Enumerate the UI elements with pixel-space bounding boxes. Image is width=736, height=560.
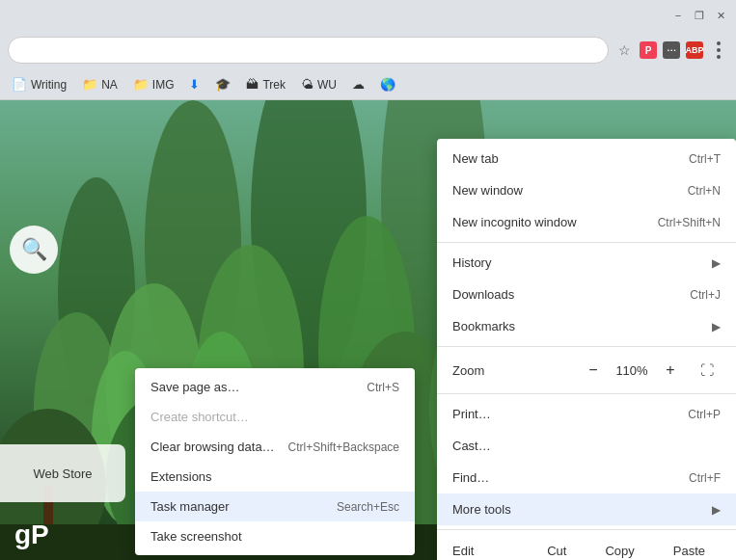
downloads-shortcut: Ctrl+J	[690, 288, 721, 302]
menu-icon[interactable]	[709, 40, 728, 60]
gp-logo: gP	[14, 520, 49, 550]
clear-browsing-data-item[interactable]: Clear browsing data… Ctrl+Shift+Backspac…	[135, 432, 415, 462]
take-screenshot-item[interactable]: Take screenshot	[135, 521, 415, 551]
more-tools-arrow: ▶	[712, 503, 721, 517]
new-tab-shortcut: Ctrl+T	[689, 152, 721, 166]
cloud-icon: ☁	[352, 77, 365, 92]
print-shortcut: Ctrl+P	[688, 408, 721, 421]
toolbar-icons: ☆ P ⋯ ABP	[614, 40, 728, 60]
restore-button[interactable]: ❐	[692, 8, 707, 23]
more-tools-item[interactable]: More tools ▶	[437, 493, 736, 525]
trek-icon: 🏔	[246, 77, 259, 92]
custom-ext-icon[interactable]: ⋯	[663, 41, 680, 59]
new-window-shortcut: Ctrl+N	[688, 184, 721, 198]
separator-1	[437, 242, 736, 243]
bookmark-download[interactable]: ⬇	[185, 75, 204, 93]
separator-2	[437, 346, 736, 347]
separator-3	[437, 393, 736, 394]
address-bar[interactable]	[8, 37, 609, 64]
pocket-icon[interactable]: P	[640, 41, 657, 59]
edit-row: Edit Cut Copy Paste	[437, 534, 736, 560]
new-window-label: New window	[452, 183, 523, 198]
web-store-card[interactable]: Web Store	[0, 444, 125, 502]
save-page-as-item[interactable]: Save page as… Ctrl+S	[135, 372, 415, 402]
new-tab-label: New tab	[452, 151, 499, 166]
na-folder-icon: 📁	[82, 77, 97, 92]
task-manager-item[interactable]: Task manager Search+Esc	[135, 492, 415, 521]
paste-button[interactable]: Paste	[658, 540, 721, 560]
close-button[interactable]: ✕	[713, 8, 728, 23]
zoom-plus-button[interactable]: +	[655, 357, 686, 384]
bookmark-writing[interactable]: 📄 Writing	[8, 75, 70, 93]
dot	[717, 55, 721, 59]
dot	[717, 48, 721, 52]
extensions-item[interactable]: Extensions	[135, 462, 415, 492]
download-icon: ⬇	[189, 77, 200, 92]
three-dot-menu[interactable]	[713, 38, 724, 63]
bookmark-img[interactable]: 📁 IMG	[129, 75, 178, 93]
bookmark-trek-icon[interactable]: 🎓	[211, 75, 234, 93]
edit-label: Edit	[452, 544, 524, 558]
adblock-icon[interactable]: ABP	[686, 41, 703, 59]
cast-label: Cast…	[452, 439, 491, 453]
find-label: Find…	[452, 470, 489, 485]
search-widget[interactable]: 🔍	[10, 226, 58, 274]
dot	[717, 41, 721, 45]
print-label: Print…	[452, 407, 491, 421]
find-shortcut: Ctrl+F	[689, 471, 721, 485]
zoom-fullscreen-button[interactable]: ⛶	[694, 357, 721, 384]
bookmark-cloud[interactable]: ☁	[348, 75, 368, 93]
bookmarks-item[interactable]: Bookmarks ▶	[437, 310, 736, 342]
search-icon: 🔍	[21, 237, 47, 262]
wu-icon: 🌤	[301, 77, 313, 92]
new-tab-item[interactable]: New tab Ctrl+T	[437, 143, 736, 174]
create-shortcut-label: Create shortcut…	[150, 410, 249, 424]
extensions-label: Extensions	[150, 469, 212, 484]
bookmark-na[interactable]: 📁 NA	[78, 75, 122, 93]
bookmark-wu-label: WU	[317, 78, 337, 92]
separator-4	[437, 529, 736, 530]
zoom-row: Zoom − 110% + ⛶	[437, 351, 736, 389]
zoom-label: Zoom	[452, 363, 578, 378]
new-incognito-label: New incognito window	[452, 215, 577, 229]
minimize-button[interactable]: −	[670, 8, 686, 23]
history-item[interactable]: History ▶	[437, 247, 736, 279]
chrome-menu: New tab Ctrl+T New window Ctrl+N New inc…	[437, 139, 736, 560]
img-folder-icon: 📁	[133, 77, 149, 92]
bookmarks-arrow: ▶	[712, 320, 721, 333]
cast-item[interactable]: Cast…	[437, 430, 736, 462]
take-screenshot-label: Take screenshot	[150, 529, 242, 544]
browser-toolbar: ☆ P ⋯ ABP	[0, 31, 736, 69]
zoom-minus-button[interactable]: −	[578, 357, 609, 384]
task-manager-shortcut: Search+Esc	[337, 500, 399, 514]
clear-browsing-data-shortcut: Ctrl+Shift+Backspace	[288, 440, 399, 454]
bookmarks-bar: 📄 Writing 📁 NA 📁 IMG ⬇ 🎓 🏔 Trek 🌤 WU ☁ 🌎	[0, 69, 736, 100]
zoom-value: 110%	[609, 363, 655, 378]
save-page-as-label: Save page as…	[150, 380, 240, 394]
title-bar: − ❐ ✕	[0, 0, 736, 31]
page-content: 🔍 Web Store gP Save page as… Ctrl+S Crea…	[0, 100, 736, 560]
bookmark-na-label: NA	[101, 78, 118, 92]
downloads-label: Downloads	[452, 287, 514, 302]
new-window-item[interactable]: New window Ctrl+N	[437, 174, 736, 206]
task-manager-label: Task manager	[150, 499, 230, 514]
bookmark-trek[interactable]: 🏔 Trek	[242, 75, 289, 93]
bookmark-img-label: IMG	[152, 78, 175, 92]
bookmark-trek-label: Trek	[262, 78, 286, 92]
create-shortcut-item: Create shortcut…	[135, 402, 415, 432]
print-item[interactable]: Print… Ctrl+P	[437, 398, 736, 430]
new-incognito-item[interactable]: New incognito window Ctrl+Shift+N	[437, 206, 736, 238]
find-item[interactable]: Find… Ctrl+F	[437, 462, 736, 493]
web-store-label: Web Store	[33, 467, 92, 481]
downloads-item[interactable]: Downloads Ctrl+J	[437, 279, 736, 310]
bookmark-globe[interactable]: 🌎	[376, 75, 399, 93]
cut-button[interactable]: Cut	[532, 540, 582, 560]
save-page-as-shortcut: Ctrl+S	[367, 381, 399, 394]
bookmarks-label: Bookmarks	[452, 319, 515, 333]
bookmark-wu[interactable]: 🌤 WU	[297, 75, 341, 93]
copy-button[interactable]: Copy	[589, 540, 649, 560]
star-icon[interactable]: ☆	[614, 40, 634, 60]
history-arrow: ▶	[712, 256, 721, 270]
bookmark-writing-label: Writing	[31, 78, 67, 92]
globe-icon: 🌎	[380, 77, 395, 92]
